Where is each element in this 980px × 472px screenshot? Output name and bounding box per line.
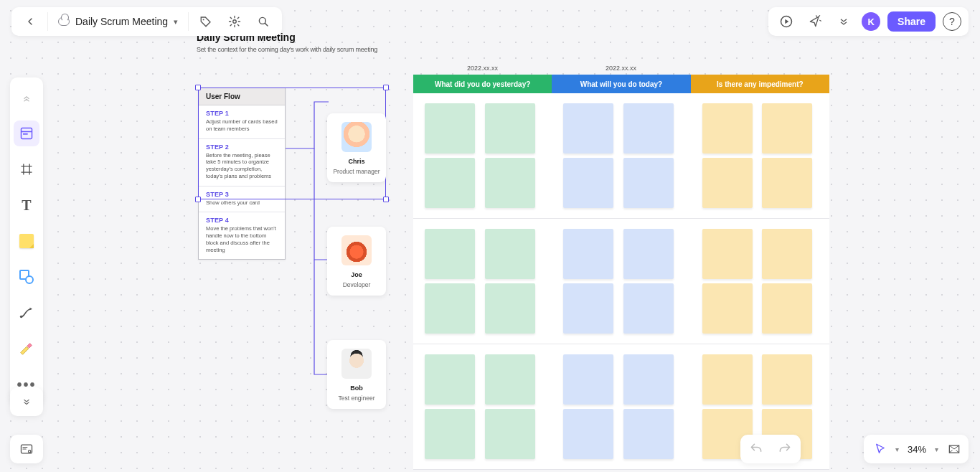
sticky-note[interactable] — [485, 354, 535, 405]
person-card-joe[interactable]: Joe Developer — [327, 227, 386, 296]
selection-handle[interactable] — [383, 197, 389, 202]
panel-icon — [19, 442, 34, 456]
search-button[interactable] — [249, 7, 278, 36]
redo-button[interactable] — [775, 439, 795, 459]
sticky-note[interactable] — [563, 354, 613, 405]
sticky-note[interactable] — [485, 229, 535, 279]
sticky-note[interactable] — [623, 103, 674, 154]
zoom-dropdown[interactable]: ▾ — [935, 445, 938, 453]
person-card-chris[interactable]: Chris Product manager — [327, 113, 386, 182]
sticky-note[interactable] — [702, 283, 753, 334]
whiteboard-canvas[interactable]: Daily Scrum Meeting Set the context for … — [0, 0, 980, 472]
expand-toolbar-button[interactable] — [10, 387, 43, 416]
cursor-tool-button[interactable] — [874, 443, 887, 456]
more-menu-button[interactable] — [833, 11, 854, 32]
table-cell[interactable] — [552, 93, 690, 218]
sticky-note[interactable] — [623, 409, 674, 459]
template-tool[interactable] — [14, 121, 39, 146]
user-avatar[interactable]: K — [862, 12, 880, 31]
sticky-note[interactable] — [623, 229, 674, 279]
sticky-note[interactable] — [425, 409, 475, 459]
sticky-note[interactable] — [485, 283, 535, 334]
user-flow-step-4[interactable]: STEP 4 Move the problems that won't hand… — [199, 212, 285, 259]
user-flow-step-1[interactable]: STEP 1 Adjust number of cards based on t… — [199, 105, 285, 139]
share-button[interactable]: Share — [887, 11, 936, 32]
fit-view-button[interactable] — [947, 442, 961, 456]
sticky-note[interactable] — [425, 229, 475, 279]
svg-rect-5 — [23, 133, 28, 135]
step-label: STEP 3 — [206, 191, 278, 198]
frame-tool[interactable] — [14, 156, 39, 182]
present-button[interactable] — [776, 11, 797, 32]
table-row — [413, 93, 829, 219]
document-title-dropdown[interactable]: Daily Scrum Meeting ▾ — [51, 7, 185, 36]
sticky-note[interactable] — [623, 158, 674, 208]
sticky-note[interactable] — [485, 158, 535, 208]
cursor-dropdown[interactable]: ▾ — [895, 445, 899, 453]
table-cell[interactable] — [413, 344, 552, 469]
sticky-note[interactable] — [623, 283, 674, 334]
table-cell[interactable] — [691, 219, 829, 344]
sticky-note[interactable] — [762, 283, 812, 334]
sticky-note[interactable] — [762, 103, 812, 154]
sticky-note[interactable] — [563, 158, 613, 208]
back-button[interactable] — [16, 7, 44, 36]
shape-tool[interactable] — [14, 264, 39, 290]
date-label: 2022.xx.xx — [413, 65, 552, 75]
text-tool[interactable]: T — [14, 192, 39, 218]
sticky-note[interactable] — [563, 103, 613, 154]
sticky-note[interactable] — [563, 409, 613, 459]
templates-panel-button[interactable] — [10, 435, 43, 463]
user-flow-step-2[interactable]: STEP 2 Before the meeting, please take 5… — [199, 139, 285, 187]
sticky-note[interactable] — [762, 158, 812, 208]
tag-icon — [199, 15, 212, 28]
sticky-note[interactable] — [702, 229, 753, 279]
sticky-note[interactable] — [762, 354, 812, 405]
user-flow-step-3[interactable]: STEP 3 Show others your card — [199, 187, 285, 213]
table-header: What did you do yesterday? What will you… — [413, 75, 829, 93]
undo-icon — [749, 442, 763, 456]
collapse-toolbar-button[interactable] — [14, 85, 39, 110]
help-button[interactable]: ? — [943, 12, 961, 31]
avatar-image — [341, 122, 372, 152]
scrum-table[interactable]: 2022.xx.xx 2022.xx.xx What did you do ye… — [413, 65, 829, 470]
sticky-note[interactable] — [485, 103, 535, 154]
sticky-note[interactable] — [702, 354, 753, 405]
sticky-note[interactable] — [762, 229, 812, 279]
sticky-note[interactable] — [425, 354, 475, 405]
sticky-note[interactable] — [425, 158, 475, 208]
sticky-note[interactable] — [485, 409, 535, 459]
table-cell[interactable] — [691, 93, 829, 218]
celebrate-button[interactable] — [804, 11, 826, 32]
sticky-note[interactable] — [623, 354, 674, 405]
sticky-note[interactable] — [702, 103, 753, 154]
date-row: 2022.xx.xx 2022.xx.xx — [413, 65, 829, 75]
sticky-note[interactable] — [702, 158, 753, 208]
settings-button[interactable] — [220, 7, 249, 36]
svg-point-0 — [203, 19, 204, 20]
pen-tool[interactable] — [14, 336, 39, 362]
tag-button[interactable] — [192, 7, 220, 36]
table-cell[interactable] — [552, 344, 690, 469]
chevron-double-down-icon — [22, 397, 32, 407]
undo-button[interactable] — [746, 439, 766, 459]
svg-point-8 — [29, 450, 31, 453]
connector-tool[interactable] — [14, 300, 39, 326]
selection-handle[interactable] — [383, 85, 389, 90]
sticky-note[interactable] — [425, 283, 475, 334]
svg-point-1 — [233, 20, 237, 24]
sticky-note[interactable] — [425, 103, 475, 154]
connectors — [286, 88, 329, 472]
sticky-note[interactable] — [563, 229, 613, 279]
user-flow-card[interactable]: User Flow STEP 1 Adjust number of cards … — [198, 88, 286, 260]
sticky-note[interactable] — [563, 283, 613, 334]
sticky-note-tool[interactable] — [14, 228, 39, 254]
table-cell[interactable] — [413, 93, 552, 218]
table-cell[interactable] — [413, 219, 552, 344]
table-cell[interactable] — [552, 219, 690, 344]
connector-icon — [19, 305, 34, 321]
person-card-bob[interactable]: Bob Test engineer — [327, 340, 386, 409]
zoom-value[interactable]: 34% — [908, 444, 926, 455]
column-header-impediment: Is there any impediment? — [691, 75, 829, 93]
side-toolbar: T ••• — [10, 77, 43, 405]
